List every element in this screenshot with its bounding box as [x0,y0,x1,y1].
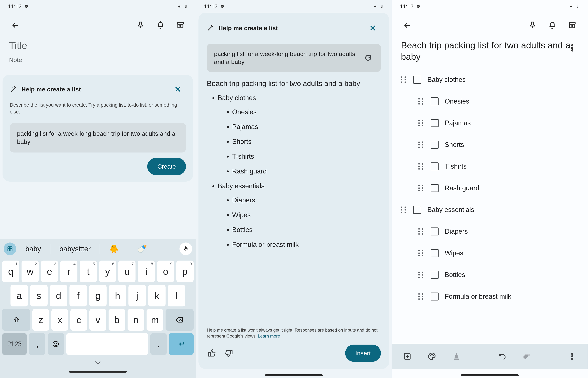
nav-handle[interactable] [461,374,519,376]
drag-handle-icon[interactable] [418,228,424,235]
checklist-item[interactable]: Diapers [401,221,579,242]
key-w[interactable]: w2 [22,261,39,282]
learn-more-link[interactable]: Learn more [258,334,280,338]
key-s[interactable]: s [30,285,48,306]
key-h[interactable]: h [109,285,126,306]
backspace-key[interactable] [166,309,194,331]
key-j[interactable]: j [129,285,146,306]
checkbox[interactable] [430,271,439,279]
drag-handle-icon[interactable] [418,98,424,105]
note-title[interactable]: Beach trip packing list for two adults a… [392,40,588,62]
checklist-item-label[interactable]: Baby clothes [427,76,466,83]
key-b[interactable]: b [109,309,125,331]
key-y[interactable]: y6 [99,261,116,282]
key-p[interactable]: p0 [176,261,194,282]
checkbox[interactable] [430,249,439,257]
checklist-item[interactable]: Bottles [401,264,579,286]
checklist-item[interactable]: Baby clothes [401,69,579,91]
drag-handle-icon[interactable] [418,141,424,148]
suggestion-1[interactable]: baby [18,245,48,253]
checkbox[interactable] [430,97,439,105]
drag-handle-icon[interactable] [418,293,424,300]
checklist-item[interactable]: T-shirts [401,156,579,177]
key-o[interactable]: o9 [157,261,174,282]
comma-key[interactable]: , [29,333,45,355]
checkbox[interactable] [430,228,439,235]
space-key[interactable] [66,333,148,355]
checkbox[interactable] [413,76,421,84]
palette-button[interactable] [424,348,440,364]
redo-button[interactable] [518,348,535,364]
key-r[interactable]: r4 [60,261,77,282]
back-button[interactable] [399,17,416,33]
checklist-item-label[interactable]: Bottles [445,271,465,279]
insert-button[interactable]: Insert [345,345,381,362]
key-e[interactable]: e3 [41,261,58,282]
checklist-item-label[interactable]: Rash guard [445,184,479,192]
checklist-item[interactable]: Rash guard [401,177,579,199]
emoji-suggestion-chick[interactable]: 🐥 [102,244,126,254]
key-l[interactable]: l [168,285,185,306]
key-c[interactable]: c [70,309,87,331]
voice-input-button[interactable] [179,243,192,255]
note-body-placeholder[interactable]: Note [9,56,187,63]
keyboard-apps-button[interactable] [4,243,16,255]
drag-handle-icon[interactable] [401,76,407,83]
key-q[interactable]: q1 [2,261,19,282]
checkbox[interactable] [430,184,439,192]
nav-handle[interactable] [69,371,127,373]
drag-handle-icon[interactable] [401,206,407,213]
checklist-item-label[interactable]: Diapers [445,228,468,235]
key-n[interactable]: n [128,309,144,331]
checklist-item[interactable]: Baby essentials [401,199,579,221]
key-a[interactable]: a [11,285,28,306]
drag-handle-icon[interactable] [418,185,424,191]
key-u[interactable]: u7 [118,261,135,282]
checklist-item[interactable]: Onesies [401,91,579,112]
enter-key[interactable] [169,333,194,355]
key-g[interactable]: g [89,285,107,306]
text-format-button[interactable] [448,348,465,364]
checkbox[interactable] [430,162,439,170]
checklist-item[interactable]: Formula or breast milk [401,286,579,307]
ai-prompt-input[interactable]: packing list for a week-long beach trip … [10,123,186,153]
back-button[interactable] [7,17,24,33]
symbols-key[interactable]: ?123 [2,333,27,355]
checkbox[interactable] [430,141,439,149]
key-m[interactable]: m [146,309,163,331]
note-editor[interactable]: Title Note [0,38,196,63]
undo-button[interactable] [494,348,510,364]
checklist-item-label[interactable]: T-shirts [445,163,467,170]
checklist-item-label[interactable]: Shorts [445,141,464,148]
drag-handle-icon[interactable] [418,120,424,126]
emoji-suggestion-bottle[interactable]: 🍼 [130,244,154,254]
drag-handle-icon[interactable] [418,250,424,256]
add-button[interactable] [399,348,416,364]
drag-handle-icon[interactable] [418,163,424,170]
emoji-key[interactable] [48,333,64,355]
suggestion-2[interactable]: babysitter [52,245,98,253]
key-k[interactable]: k [148,285,166,306]
key-t[interactable]: t5 [80,261,97,282]
close-ai-panel-button[interactable] [365,20,381,36]
regenerate-button[interactable] [363,52,373,63]
key-d[interactable]: d [50,285,67,306]
key-x[interactable]: x [51,309,68,331]
checkbox[interactable] [413,206,421,214]
drag-handle-icon[interactable] [418,271,424,278]
checklist-item-label[interactable]: Wipes [445,249,463,257]
key-i[interactable]: i8 [138,261,155,282]
keyboard[interactable]: baby babysitter 🐥 🍼 q1w2e3r4t5y6u7i8o9p0… [0,239,196,378]
shift-key[interactable] [2,309,30,331]
archive-button[interactable] [564,17,580,33]
close-ai-panel-button[interactable] [170,81,186,97]
key-v[interactable]: v [89,309,106,331]
checklist-item-label[interactable]: Formula or breast milk [445,293,511,300]
checklist-item-label[interactable]: Baby essentials [427,206,474,214]
key-f[interactable]: f [70,285,87,306]
key-z[interactable]: z [32,309,49,331]
checkbox[interactable] [430,119,439,127]
more-button[interactable] [564,348,580,364]
checklist-item[interactable]: Pajamas [401,112,579,134]
pin-button[interactable] [132,17,149,33]
